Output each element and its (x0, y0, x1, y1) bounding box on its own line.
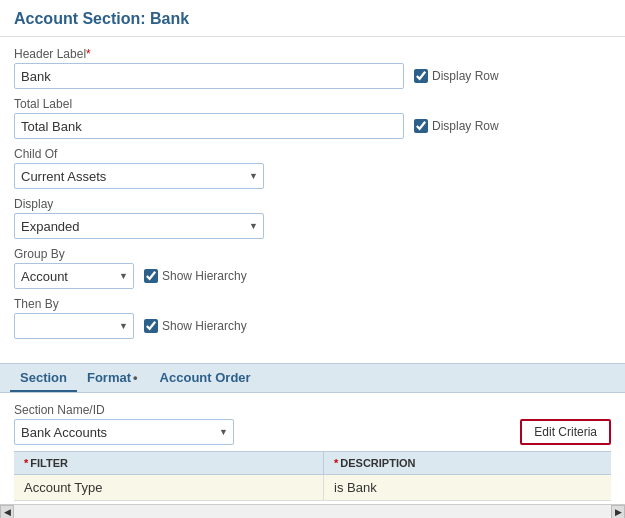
child-of-label: Child Of (14, 147, 611, 161)
group-by-label: Group By (14, 247, 611, 261)
group-by-select-wrap[interactable]: Account (14, 263, 134, 289)
section-content: Section Name/ID Bank Accounts Edit Crite… (0, 393, 625, 511)
section-name-id-label: Section Name/ID (14, 403, 234, 417)
then-by-select-wrap[interactable] (14, 313, 134, 339)
display-select[interactable]: Expanded (14, 213, 264, 239)
total-display-row-label: Display Row (432, 119, 499, 133)
header-label-input[interactable] (14, 63, 404, 89)
group-show-hierarchy-checkbox[interactable] (144, 269, 158, 283)
table-cell-description: is Bank (324, 475, 611, 500)
page-title: Account Section: Bank (0, 0, 625, 37)
group-by-select[interactable]: Account (14, 263, 134, 289)
child-of-select[interactable]: Current Assets (14, 163, 264, 189)
edit-criteria-button[interactable]: Edit Criteria (520, 419, 611, 445)
total-label-input[interactable] (14, 113, 404, 139)
total-display-row-check[interactable]: Display Row (414, 119, 499, 133)
section-name-select-wrap[interactable]: Bank Accounts (14, 419, 234, 445)
table-header-filter: *FILTER (14, 452, 324, 474)
table-header-description: *DESCRIPTION (324, 452, 611, 474)
group-show-hierarchy-check[interactable]: Show Hierarchy (144, 269, 247, 283)
table-header-row: *FILTER *DESCRIPTION (14, 451, 611, 475)
scroll-right-button[interactable]: ▶ (611, 505, 625, 519)
scroll-left-button[interactable]: ◀ (0, 505, 14, 519)
header-label-label: Header Label* (14, 47, 611, 61)
display-select-wrap[interactable]: Expanded (14, 213, 264, 239)
table-cell-filter: Account Type (14, 475, 324, 500)
then-show-hierarchy-check[interactable]: Show Hierarchy (144, 319, 247, 333)
tabs-bar: Section Format• Account Order (0, 363, 625, 393)
tab-section[interactable]: Section (10, 365, 77, 392)
display-label: Display (14, 197, 611, 211)
scroll-track[interactable] (14, 505, 611, 519)
header-display-row-checkbox[interactable] (414, 69, 428, 83)
then-by-select[interactable] (14, 313, 134, 339)
section-name-row: Section Name/ID Bank Accounts Edit Crite… (14, 403, 611, 445)
header-display-row-check[interactable]: Display Row (414, 69, 499, 83)
then-by-label: Then By (14, 297, 611, 311)
tab-account-order[interactable]: Account Order (150, 365, 261, 392)
then-show-hierarchy-label: Show Hierarchy (162, 319, 247, 333)
horizontal-scrollbar: ◀ ▶ (0, 504, 625, 518)
tab-format[interactable]: Format• (77, 365, 150, 392)
group-show-hierarchy-label: Show Hierarchy (162, 269, 247, 283)
header-display-row-label: Display Row (432, 69, 499, 83)
table-row: Account Type is Bank (14, 475, 611, 501)
then-show-hierarchy-checkbox[interactable] (144, 319, 158, 333)
total-display-row-checkbox[interactable] (414, 119, 428, 133)
total-label-label: Total Label (14, 97, 611, 111)
child-of-select-wrap[interactable]: Current Assets (14, 163, 264, 189)
section-name-select[interactable]: Bank Accounts (14, 419, 234, 445)
